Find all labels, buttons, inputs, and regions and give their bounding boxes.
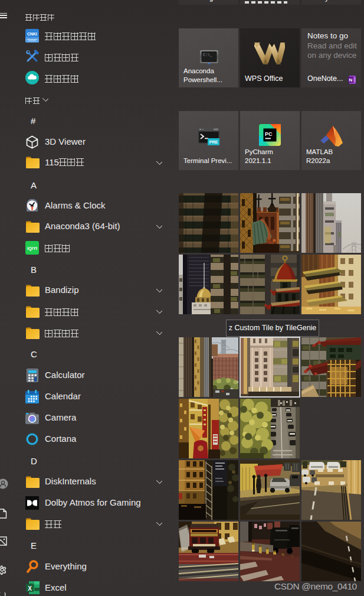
svg-text:X: X [28,585,32,592]
svg-text:PRE: PRE [209,140,218,144]
svg-text:N: N [349,77,353,83]
svg-text:C:\_: C:\_ [203,53,212,57]
svg-text:CNKI: CNKI [27,32,37,36]
svg-text:iQIYI: iQIYI [27,246,37,251]
svg-text:PC: PC [265,131,273,137]
